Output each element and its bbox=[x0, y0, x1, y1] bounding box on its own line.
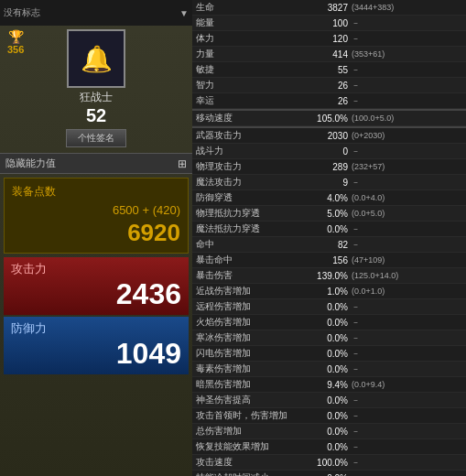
stat-row: 寒冰伤害增加0.0%－ bbox=[192, 330, 466, 346]
stat-value: 0.0% bbox=[297, 442, 352, 452]
stat-bonus: － bbox=[352, 457, 462, 469]
stat-name: 暴击伤害 bbox=[196, 269, 297, 282]
stat-value: 0.0% bbox=[297, 318, 352, 328]
stat-row: 体力120－ bbox=[192, 31, 466, 47]
equip-section: 装备点数 6500 + (420) 6920 bbox=[4, 178, 189, 254]
avatar: 🔔 bbox=[67, 29, 125, 88]
stat-row: 神圣伤害提高0.0%－ bbox=[192, 393, 466, 408]
top-bar: 没有标志 ▼ bbox=[0, 0, 192, 26]
stat-bonus: (0.0+9.4) bbox=[352, 380, 462, 389]
stat-row: 命中82－ bbox=[192, 237, 466, 253]
stat-value: 105.0% bbox=[297, 114, 352, 124]
stat-name: 攻击速度 bbox=[196, 456, 297, 469]
stat-row: 物理抵抗力穿透5.0%(0.0+5.0) bbox=[192, 206, 466, 222]
stat-name: 生命 bbox=[196, 1, 297, 14]
stat-row: 武器攻击力2030(0+2030) bbox=[192, 126, 466, 144]
stat-row: 恢复技能效果增加0.0%－ bbox=[192, 439, 466, 455]
stat-row: 暴击伤害139.0%(125.0+14.0) bbox=[192, 268, 466, 284]
stat-value: 0 bbox=[297, 146, 352, 157]
stat-bonus: － bbox=[352, 80, 462, 92]
stat-value: 0.0% bbox=[297, 427, 352, 437]
stat-row: 力量414(353+61) bbox=[192, 47, 466, 62]
stat-value: 100.0% bbox=[297, 458, 352, 468]
stat-value: 5.0% bbox=[297, 209, 352, 219]
stat-row: 攻击速度100.0%－ bbox=[192, 455, 466, 471]
stat-bonus: － bbox=[352, 348, 462, 360]
stat-bonus: － bbox=[352, 95, 462, 107]
dropdown-arrow-icon[interactable]: ▼ bbox=[179, 8, 189, 18]
stat-bonus: (0.0+5.0) bbox=[352, 209, 462, 218]
stat-bonus: (0.0+4.0) bbox=[352, 193, 462, 202]
stat-name: 武器攻击力 bbox=[196, 129, 297, 142]
stat-bonus: － bbox=[352, 363, 462, 375]
stat-value: 0.0% bbox=[297, 364, 352, 374]
stat-row: 攻击首领时，伤害增加0.0%－ bbox=[192, 408, 466, 424]
right-panel: 生命3827(3444+383)能量100－体力120－力量414(353+61… bbox=[192, 0, 466, 476]
stat-name: 魔法抵抗力穿透 bbox=[196, 222, 297, 235]
attack-label: 攻击力 bbox=[11, 261, 181, 277]
stat-name: 远程伤害增加 bbox=[196, 300, 297, 313]
stat-value: 289 bbox=[297, 162, 352, 172]
stat-name: 近战伤害增加 bbox=[196, 285, 297, 298]
stat-bonus: － bbox=[352, 223, 462, 235]
expand-icon[interactable]: ⊞ bbox=[178, 157, 187, 170]
stat-row: 技能冷却时间减少0.0%－ bbox=[192, 471, 466, 476]
equip-formula: 6500 + (420) bbox=[12, 203, 180, 217]
stat-value: 0.0% bbox=[297, 411, 352, 421]
stat-name: 攻击首领时，伤害增加 bbox=[196, 409, 297, 422]
stat-bonus: － bbox=[352, 426, 462, 438]
stat-row: 敏捷55－ bbox=[192, 62, 466, 78]
equip-title: 装备点数 bbox=[12, 184, 180, 200]
stat-value: 414 bbox=[297, 49, 352, 60]
stat-row: 暴击命中156(47+109) bbox=[192, 253, 466, 268]
stat-bonus: (47+109) bbox=[352, 255, 462, 265]
stat-name: 移动速度 bbox=[196, 112, 297, 124]
hidden-stats-bar[interactable]: 隐藏能力值 ⊞ bbox=[0, 153, 192, 174]
stat-row: 能量100－ bbox=[192, 16, 466, 31]
stat-bonus: － bbox=[352, 177, 462, 189]
stat-bonus: (125.0+14.0) bbox=[352, 271, 462, 280]
attack-section: 攻击力 2436 bbox=[4, 257, 189, 315]
stat-bonus: － bbox=[352, 410, 462, 422]
stat-name: 幸运 bbox=[196, 94, 297, 107]
stat-value: 9.4% bbox=[297, 380, 352, 390]
stat-value: 26 bbox=[297, 96, 352, 106]
stat-name: 智力 bbox=[196, 79, 297, 92]
stat-row: 近战伤害增加1.0%(0.0+1.0) bbox=[192, 284, 466, 299]
character-section: 🏆 356 🔔 狂战士 52 个性签名 bbox=[0, 26, 192, 149]
stat-row: 生命3827(3444+383) bbox=[192, 0, 466, 16]
stat-bonus: (232+57) bbox=[352, 162, 462, 171]
stat-value: 1.0% bbox=[297, 287, 352, 297]
stat-name: 战斗力 bbox=[196, 145, 297, 157]
stat-row: 远程伤害增加0.0%－ bbox=[192, 299, 466, 315]
trophy-number: 356 bbox=[7, 44, 24, 55]
stat-name: 火焰伤害增加 bbox=[196, 316, 297, 329]
stat-bonus: － bbox=[352, 239, 462, 251]
stat-name: 力量 bbox=[196, 48, 297, 60]
stat-row: 战斗力0－ bbox=[192, 144, 466, 159]
stat-name: 敏捷 bbox=[196, 63, 297, 76]
stat-value: 3827 bbox=[297, 3, 352, 13]
stat-row: 魔法抵抗力穿透0.0%－ bbox=[192, 222, 466, 237]
stat-bonus: － bbox=[352, 332, 462, 344]
stat-value: 9 bbox=[297, 178, 352, 188]
attack-value: 2436 bbox=[11, 277, 181, 311]
equip-total: 6920 bbox=[12, 219, 180, 247]
stat-row: 毒素伤害增加0.0%－ bbox=[192, 362, 466, 377]
stat-name: 暗黑伤害增加 bbox=[196, 378, 297, 391]
signature-button[interactable]: 个性签名 bbox=[66, 129, 126, 147]
stat-value: 2030 bbox=[297, 131, 352, 141]
stat-name: 物理攻击力 bbox=[196, 160, 297, 173]
trophy-icon: 🏆 bbox=[8, 29, 24, 44]
stat-bonus: － bbox=[352, 146, 462, 157]
stat-value: 26 bbox=[297, 81, 352, 91]
defense-section: 防御力 1049 bbox=[4, 317, 189, 374]
defense-value: 1049 bbox=[11, 337, 181, 371]
stat-name: 闪电伤害增加 bbox=[196, 347, 297, 360]
stat-value: 156 bbox=[297, 255, 352, 265]
stat-value: 0.0% bbox=[297, 349, 352, 359]
stat-bonus: (0+2030) bbox=[352, 131, 462, 140]
stat-name: 技能冷却时间减少 bbox=[196, 471, 297, 476]
stat-value: 120 bbox=[297, 34, 352, 44]
stat-row: 火焰伤害增加0.0%－ bbox=[192, 315, 466, 330]
